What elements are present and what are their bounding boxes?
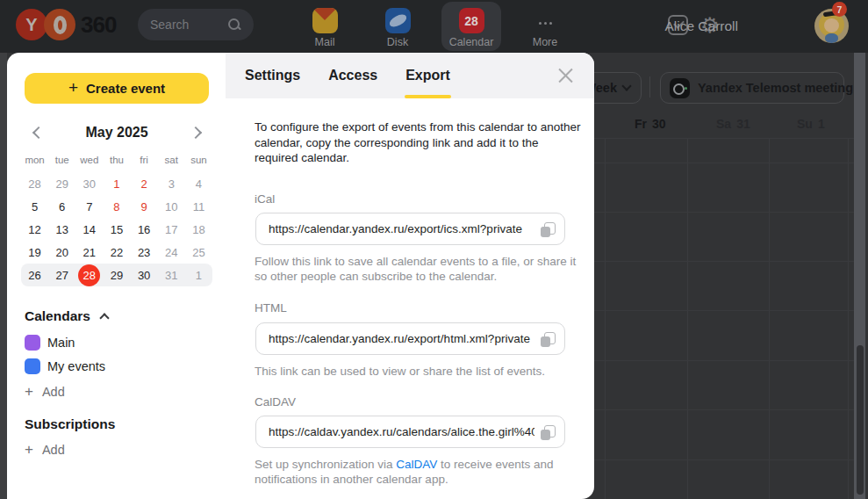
minical-day[interactable]: 20 (51, 242, 73, 264)
next-month-chevron-icon[interactable] (191, 127, 202, 138)
minical-day[interactable]: 8 (105, 196, 127, 218)
minical-day[interactable]: 27 (51, 264, 73, 286)
app-disk[interactable]: Disk (368, 2, 427, 51)
minical-day[interactable]: 28 (78, 264, 100, 286)
minical-day[interactable]: 18 (188, 219, 210, 241)
sidebar: + Create event May 2025 montuewedthufris… (7, 53, 226, 499)
minical-day[interactable]: 30 (133, 264, 155, 286)
minical-day[interactable]: 1 (105, 173, 127, 195)
grid-line (594, 409, 856, 410)
add-subscription-button[interactable]: + Add (25, 441, 65, 459)
minical-weekday: fri (131, 155, 158, 165)
minical-day[interactable]: 4 (188, 173, 210, 195)
create-event-button[interactable]: + Create event (25, 73, 209, 104)
minical-day[interactable]: 12 (24, 219, 46, 241)
calendar-item-my-events[interactable]: My events (25, 358, 105, 374)
minical-day[interactable]: 14 (78, 219, 100, 241)
minical-day[interactable]: 24 (161, 242, 183, 264)
minical-title: May 2025 (85, 125, 147, 141)
tab-access[interactable]: Access (328, 53, 377, 98)
grid-line (605, 138, 606, 499)
telemost-meeting-button[interactable]: Yandex Telemost meeting (660, 72, 844, 104)
plus-icon: + (25, 441, 33, 459)
minical-day[interactable]: 3 (161, 173, 183, 195)
disk-icon (385, 8, 411, 33)
minical-day[interactable]: 10 (161, 196, 183, 218)
minical-day[interactable]: 16 (133, 219, 155, 241)
copy-icon[interactable] (541, 425, 556, 440)
minical-day[interactable]: 30 (78, 173, 100, 195)
caldav-url-input[interactable] (256, 416, 564, 447)
close-icon[interactable] (558, 69, 573, 83)
calendar-color-swatch (25, 335, 40, 351)
copy-icon[interactable] (541, 222, 556, 237)
minical-day[interactable]: 9 (133, 196, 155, 218)
minical-day[interactable]: 19 (24, 242, 46, 264)
minical-weekday: sun (185, 155, 212, 165)
calendar-item-main[interactable]: Main (25, 335, 75, 351)
page-edge (0, 53, 7, 499)
minical-day[interactable]: 21 (78, 242, 100, 264)
screen: Week Yandex Telemost meeting Fr30 Sa31 S… (0, 0, 868, 499)
grid-line (594, 459, 856, 460)
grid-line (594, 212, 856, 213)
html-url-field (255, 322, 565, 355)
ical-help-text: Follow this link to save all calendar ev… (255, 254, 581, 284)
grid-line (594, 138, 856, 139)
yandex-y-icon: Y (16, 9, 47, 40)
html-help-text: This link can be used to view or share t… (255, 364, 581, 379)
minical-day[interactable]: 13 (51, 219, 73, 241)
search-icon[interactable] (227, 18, 241, 32)
minical-header: May 2025 (25, 125, 209, 141)
minical-day[interactable]: 31 (161, 264, 183, 286)
caldav-label: CalDAV (255, 395, 296, 409)
app-calendar[interactable]: 28 Calendar (441, 2, 501, 51)
telemost-label: Yandex Telemost meeting (698, 81, 853, 95)
yandex-o-icon (44, 9, 75, 40)
minical-weekday: tue (48, 155, 75, 165)
search-box[interactable] (138, 9, 254, 40)
minical-day[interactable]: 22 (105, 242, 127, 264)
minical-day[interactable]: 2 (133, 173, 155, 195)
minical-day[interactable]: 7 (78, 196, 100, 218)
copy-icon[interactable] (541, 332, 556, 347)
html-url-input[interactable] (256, 323, 564, 354)
minical-week-row: 567891011 (21, 195, 212, 218)
caldav-link[interactable]: CalDAV (396, 458, 437, 471)
search-input[interactable] (150, 18, 227, 32)
scrollbar-track[interactable] (854, 53, 865, 499)
calendars-section-header[interactable]: Calendars (25, 308, 108, 324)
minical-day[interactable]: 28 (24, 173, 46, 195)
add-calendar-button[interactable]: + Add (25, 383, 65, 401)
user-name[interactable]: Alice Carroll (664, 0, 738, 53)
toolbar-divider (649, 76, 650, 98)
prev-month-chevron-icon[interactable] (32, 127, 42, 138)
telemost-icon (670, 78, 690, 98)
minical-weekday: wed (75, 155, 103, 165)
minical-day[interactable]: 5 (24, 196, 46, 218)
app-more[interactable]: More (515, 2, 575, 51)
minical-week-row: 12131415161718 (21, 218, 212, 241)
app-mail[interactable]: Mail (295, 2, 355, 51)
scrollbar-thumb[interactable] (857, 345, 864, 495)
mail-icon (312, 8, 338, 33)
minical-day[interactable]: 29 (105, 264, 127, 286)
tab-settings[interactable]: Settings (245, 53, 300, 98)
minical-day[interactable]: 11 (188, 196, 210, 218)
minical-grid: 2829301234567891011121314151617181920212… (21, 172, 212, 286)
minical-day[interactable]: 6 (51, 196, 73, 218)
export-intro-text: To configure the export of events from t… (255, 119, 581, 166)
minical-day[interactable]: 26 (24, 264, 46, 286)
background-week-grid: Week Yandex Telemost meeting Fr30 Sa31 S… (594, 53, 868, 499)
day-header-su: Su1 (797, 117, 825, 131)
minical-day[interactable]: 17 (161, 219, 183, 241)
minical-day[interactable]: 29 (51, 173, 73, 195)
tab-export[interactable]: Export (405, 53, 450, 98)
minical-day[interactable]: 1 (188, 264, 210, 286)
ical-url-input[interactable] (256, 213, 564, 244)
minical-weekday: thu (103, 155, 130, 165)
minical-day[interactable]: 25 (188, 242, 210, 264)
minical-day[interactable]: 15 (105, 219, 127, 241)
minical-day[interactable]: 23 (133, 242, 155, 264)
yandex-360-logo[interactable]: Y 360 (16, 9, 116, 40)
